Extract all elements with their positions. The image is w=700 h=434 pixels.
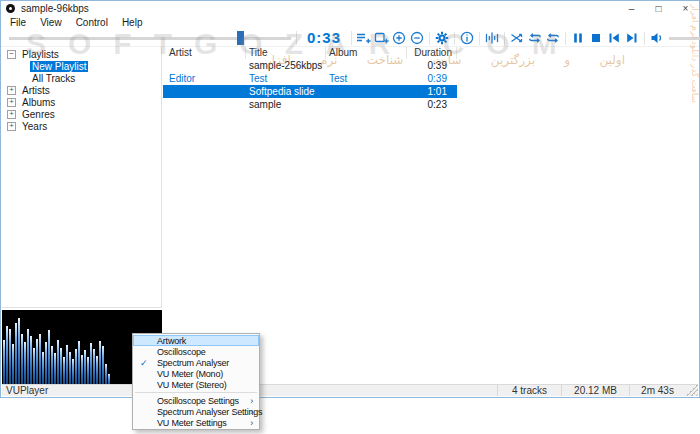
spectrum-bar — [57, 340, 59, 386]
spectrum-bar — [45, 342, 47, 386]
titlebar[interactable]: sample-96kbps – □ × — [1, 1, 699, 16]
statusbar-total-duration: 2m 43s — [629, 385, 685, 396]
track-row-selected[interactable]: Softpedia slide 1:01 — [163, 85, 457, 98]
menu-item-oscilloscope-settings[interactable]: Oscilloscope Settings — [133, 395, 259, 406]
menu-item-vu-meter-stereo[interactable]: VU Meter (Stereo) — [133, 379, 259, 390]
spectrum-bar — [42, 352, 44, 386]
menu-item-spectrum-analyser-settings[interactable]: Spectrum Analyser Settings — [133, 406, 259, 417]
statusbar-total-size: 20.12 MB — [561, 385, 629, 396]
spectrum-bar — [87, 357, 89, 386]
track-row[interactable]: sample 0:23 — [163, 98, 457, 111]
menu-item-vu-meter-settings[interactable]: VU Meter Settings — [133, 417, 259, 428]
spectrum-bar — [12, 344, 14, 386]
menu-item-oscilloscope[interactable]: Oscilloscope — [133, 346, 259, 357]
menu-item-vu-meter-mono[interactable]: VU Meter (Mono) — [133, 368, 259, 379]
spectrum-bar — [75, 349, 77, 386]
expand-icon[interactable] — [7, 110, 16, 119]
screenshot-canvas: sample-96kbps – □ × File View Control He… — [0, 0, 700, 434]
spectrum-bar — [81, 355, 83, 386]
spectrum-bar — [15, 323, 17, 386]
window-controls: – □ × — [618, 1, 699, 16]
sidebar-item-years[interactable]: Years — [2, 120, 161, 132]
spectrum-bar — [93, 349, 95, 386]
spectrum-bar — [21, 334, 23, 386]
spectrum-bar — [78, 341, 80, 386]
watermark-side-text: سافت گذر دانلود نرم افزار — [690, 4, 700, 264]
library-tree: Playlists New Playlist All Tracks Artist… — [2, 47, 162, 308]
spectrum-bar — [48, 330, 50, 386]
expand-icon[interactable] — [7, 86, 16, 95]
track-row-playing[interactable]: Editor Test Test 0:39 — [163, 72, 457, 85]
minimize-button[interactable]: – — [618, 1, 645, 16]
spectrum-bar — [105, 364, 107, 386]
spectrum-bar — [36, 339, 38, 386]
spectrum-bar — [51, 346, 53, 386]
spectrum-bar — [18, 318, 20, 386]
maximize-button[interactable]: □ — [645, 1, 672, 16]
sidebar-item-all-tracks[interactable]: All Tracks — [2, 72, 161, 84]
sidebar-item-genres[interactable]: Genres — [2, 108, 161, 120]
spectrum-bar — [63, 357, 65, 386]
spectrum-bar — [6, 326, 8, 386]
spectrum-bar — [33, 348, 35, 386]
spectrum-bar — [54, 353, 56, 386]
menu-item-artwork[interactable]: Artwork — [133, 335, 259, 346]
spectrum-bar — [30, 336, 32, 386]
spectrum-bar — [90, 343, 92, 386]
statusbar: VUPlayer 4 tracks 20.12 MB 2m 43s — [2, 384, 698, 396]
spectrum-bar — [39, 334, 41, 386]
app-icon — [6, 4, 15, 13]
spectrum-bar — [66, 345, 68, 386]
check-icon — [140, 357, 147, 368]
spectrum-bar — [69, 352, 71, 386]
statusbar-track-count: 4 tracks — [497, 385, 561, 396]
expand-icon[interactable] — [7, 122, 16, 131]
menu-separator — [135, 392, 257, 393]
visualization-context-menu: Artwork Oscilloscope Spectrum Analyser V… — [132, 333, 260, 430]
resize-grip[interactable] — [685, 385, 698, 396]
collapse-icon[interactable] — [7, 50, 16, 59]
spectrum-bar — [3, 340, 5, 386]
spectrum-bar — [102, 346, 104, 386]
spectrum-bar — [9, 329, 11, 386]
spectrum-bar — [27, 329, 29, 386]
spectrum-bar — [60, 348, 62, 386]
window-title: sample-96kbps — [21, 3, 89, 14]
spectrum-bar — [84, 350, 86, 386]
menu-item-spectrum-analyser[interactable]: Spectrum Analyser — [133, 357, 259, 368]
sidebar-item-artists[interactable]: Artists — [2, 84, 161, 96]
sidebar-item-albums[interactable]: Albums — [2, 96, 161, 108]
spectrum-bar — [99, 341, 101, 386]
spectrum-bar — [96, 356, 98, 386]
content-area: Playlists New Playlist All Tracks Artist… — [2, 47, 698, 384]
spectrum-bar — [72, 359, 74, 386]
spectrum-bar — [24, 342, 26, 386]
watermark-subtext: اولین و بزرگترین سایت شناخت نرم افزار — [80, 53, 625, 67]
expand-icon[interactable] — [7, 98, 16, 107]
